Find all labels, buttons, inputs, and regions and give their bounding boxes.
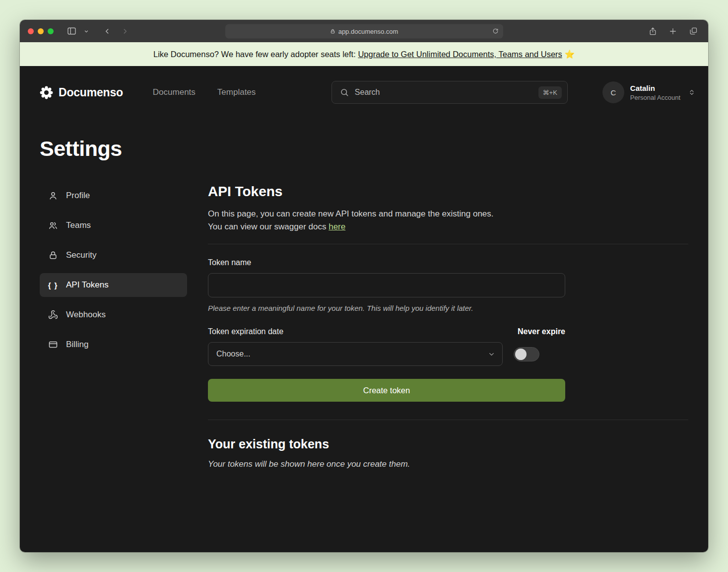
tls-lock-icon [330,28,335,34]
user-name: Catalin [630,84,680,93]
expiration-label: Token expiration date [208,327,283,336]
token-name-help: Please enter a meaningful name for your … [208,304,688,312]
traffic-lights [28,28,54,34]
brand-name: Documenso [59,86,123,99]
sidebar-item-teams[interactable]: Teams [40,214,187,237]
browser-window: app.documenso.com Like Documenso? We hav… [20,20,708,552]
new-tab-icon[interactable] [666,24,680,38]
search-shortcut-badge: ⌘+K [538,86,562,99]
account-type: Personal Account [630,94,680,101]
api-tokens-panel: API Tokens On this page, you can create … [208,184,688,469]
search-input[interactable]: Search ⌘+K [331,81,568,104]
browser-toolbar: app.documenso.com [20,20,708,42]
minimize-window-button[interactable] [38,28,44,34]
credit-card-icon [48,340,59,350]
toggle-knob [515,349,527,360]
settings-content: Profile Teams Security { } API Token [20,161,708,469]
address-bar[interactable]: app.documenso.com [225,24,503,38]
chevron-up-down-icon [688,88,695,96]
avatar: C [602,81,624,103]
existing-tokens-title: Your existing tokens [208,437,688,451]
description-line-2: You can view our swagger docs [208,222,329,231]
sidebar-item-security[interactable]: Security [40,243,187,267]
app-header: Documenso Documents Templates Search ⌘+K… [20,66,708,104]
description-line-1: On this page, you can create new API tok… [208,209,494,218]
people-icon [48,220,59,230]
person-icon [48,191,59,201]
token-name-label: Token name [208,258,688,267]
sidebar-item-label: Webhooks [66,310,106,320]
sidebar-item-billing[interactable]: Billing [40,333,187,357]
existing-tokens-empty-state: Your tokens will be shown here once you … [208,459,688,469]
promo-text: Like Documenso? We have few early adopte… [153,50,358,59]
create-token-button[interactable]: Create token [208,379,565,402]
divider [208,244,688,244]
forward-button[interactable] [118,24,132,38]
sidebar-item-label: Billing [66,340,88,350]
sidebar-item-profile[interactable]: Profile [40,184,187,208]
documenso-logo-icon [40,86,53,99]
address-url: app.documenso.com [338,27,398,35]
curly-braces-icon: { } [48,281,59,289]
chevron-down-icon [488,351,495,358]
search-placeholder: Search [355,88,532,97]
documenso-app: Documenso Documents Templates Search ⌘+K… [20,66,708,552]
divider [208,420,688,420]
main-nav: Documents Templates [153,87,256,97]
avatar-initial: C [610,88,616,97]
section-description: On this page, you can create new API tok… [208,208,688,233]
documenso-logo[interactable]: Documenso [40,86,123,99]
nav-templates[interactable]: Templates [217,87,256,97]
share-icon[interactable] [646,24,660,38]
promo-banner: Like Documenso? We have few early adopte… [20,42,708,66]
swagger-docs-link[interactable]: here [329,222,345,231]
sidebar-item-webhooks[interactable]: Webhooks [40,303,187,327]
never-expire-toggle[interactable] [514,347,539,361]
sidebar-item-label: API Tokens [66,280,109,290]
sidebar-item-label: Security [66,250,96,260]
token-expiration-select[interactable]: Choose... [208,342,503,366]
search-icon [340,88,349,97]
expiration-labels-row: Token expiration date Never expire [208,327,565,336]
expiration-controls-row: Choose... [208,342,565,366]
reload-icon[interactable] [492,28,499,34]
never-expire-label: Never expire [518,327,565,336]
page-title: Settings [40,137,708,161]
settings-sidebar: Profile Teams Security { } API Token [40,184,187,357]
lock-icon [48,250,59,260]
close-window-button[interactable] [28,28,34,34]
nav-documents[interactable]: Documents [153,87,196,97]
token-name-input[interactable] [208,273,565,297]
sidebar-item-label: Profile [66,191,90,201]
zoom-window-button[interactable] [48,28,54,34]
tab-group-chevron-icon[interactable] [79,24,93,38]
sidebar-item-api-tokens[interactable]: { } API Tokens [40,273,187,297]
star-emoji: ⭐ [564,50,575,59]
section-title: API Tokens [208,184,688,200]
upgrade-link[interactable]: Upgrade to Get Unlimited Documents, Team… [358,50,562,59]
tab-overview-icon[interactable] [686,24,700,38]
webhook-icon [48,310,59,320]
account-menu[interactable]: C Catalin Personal Account [602,81,695,103]
back-button[interactable] [100,24,114,38]
sidebar-item-label: Teams [66,220,91,230]
sidebar-toggle-icon[interactable] [65,24,78,38]
select-value: Choose... [216,350,250,358]
